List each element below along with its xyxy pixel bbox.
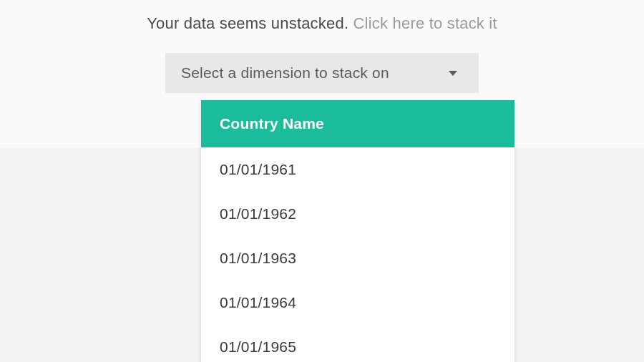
dropdown-option-date-5[interactable]: 01/01/1965 xyxy=(201,325,514,362)
stack-link[interactable]: Click here to stack it xyxy=(353,14,497,32)
dropdown-option-country-name[interactable]: Country Name xyxy=(201,100,514,147)
dimension-dropdown-list: Country Name 01/01/1961 01/01/1962 01/01… xyxy=(201,100,514,362)
info-message: Your data seems unstacked. Click here to… xyxy=(0,14,644,33)
dropdown-option-date-3[interactable]: 01/01/1963 xyxy=(201,236,514,280)
dropdown-placeholder: Select a dimension to stack on xyxy=(181,64,389,82)
chevron-down-icon xyxy=(449,71,457,76)
dimension-dropdown-button[interactable]: Select a dimension to stack on xyxy=(165,53,479,93)
dropdown-option-date-4[interactable]: 01/01/1964 xyxy=(201,280,514,325)
dropdown-option-date-1[interactable]: 01/01/1961 xyxy=(201,147,514,192)
dropdown-wrapper: Select a dimension to stack on xyxy=(0,53,644,93)
dropdown-option-date-2[interactable]: 01/01/1962 xyxy=(201,192,514,236)
info-message-text: Your data seems unstacked. xyxy=(147,14,353,32)
